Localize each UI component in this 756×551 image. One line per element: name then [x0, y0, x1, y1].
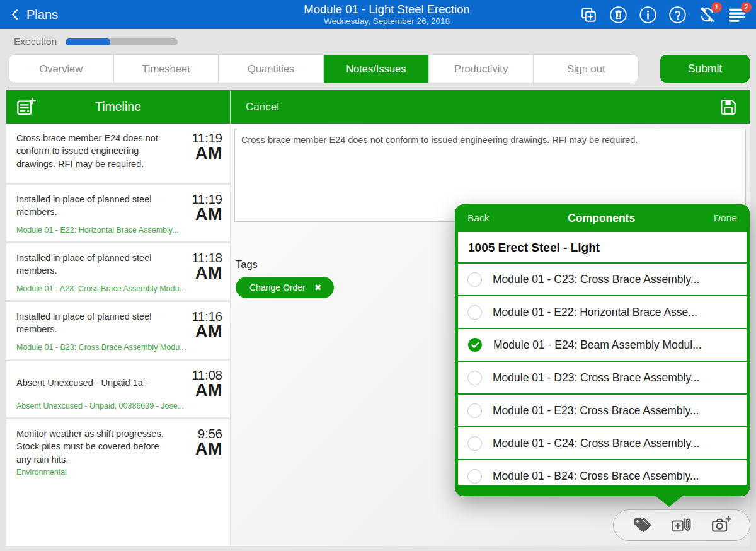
- page-date: Wednesday, September 26, 2018: [217, 16, 557, 26]
- timeline-item-meridiem: AM: [179, 206, 222, 223]
- menu-button[interactable]: 2: [728, 6, 746, 24]
- timeline-item-text: Installed in place of planned steel memb…: [16, 310, 168, 336]
- timeline-item-meridiem: AM: [169, 441, 222, 458]
- timeline-item-clock: 11:18: [186, 252, 222, 265]
- page-title-block: Module 01 - Light Steel Erection Wednesd…: [217, 3, 557, 26]
- timeline-item[interactable]: Monitor weather as shift progresses. Sto…: [6, 419, 230, 484]
- camera-add-icon: [711, 516, 732, 535]
- component-option[interactable]: Module 01 - B24: Cross Brace Assembly...: [458, 460, 747, 485]
- info-button[interactable]: [639, 6, 657, 24]
- timeline-item-text: Monitor weather as shift progresses. Sto…: [16, 427, 168, 466]
- tab-sign-out[interactable]: Sign out: [534, 55, 638, 83]
- help-button[interactable]: [668, 6, 687, 24]
- timeline-item-time: 9:56 AM: [169, 427, 222, 477]
- attach-paperclip-icon: [671, 516, 692, 535]
- radio-unselected-icon[interactable]: [467, 305, 482, 320]
- timeline-item-time: 11:19 AM: [169, 132, 222, 176]
- timeline-item-text: Cross brace member E24 does not conform …: [16, 132, 168, 170]
- tab-bar: Overview Timesheet Quantities Notes/Issu…: [9, 55, 638, 83]
- timeline-list: Cross brace member E24 does not conform …: [6, 124, 230, 484]
- tab-quantities[interactable]: Quantities: [219, 55, 324, 83]
- back-button-label: Plans: [26, 8, 58, 22]
- component-option[interactable]: Module 01 - E22: Horizontal Brace Asse..…: [458, 296, 747, 329]
- question-icon: [668, 6, 687, 24]
- phase-progress-bar: [66, 38, 178, 45]
- popover-body: 1005 Erect Steel - Light Module 01 - C23…: [458, 232, 747, 485]
- timeline-item-main: Cross brace member E24 does not conform …: [16, 132, 169, 176]
- note-add-icon: [16, 97, 36, 117]
- radio-unselected-icon[interactable]: [467, 436, 482, 451]
- popover-header: Back Components Done: [455, 204, 750, 232]
- duplicate-button[interactable]: [580, 6, 598, 24]
- tab-notes-issues[interactable]: Notes/Issues: [324, 55, 429, 83]
- timeline-item-main: Installed in place of planned steel memb…: [16, 252, 186, 293]
- phase-progress-row: Execution: [0, 29, 756, 54]
- component-option[interactable]: Module 01 - E23: Cross Brace Assembly...: [458, 395, 747, 427]
- sync-badge: 1: [711, 2, 722, 13]
- top-navbar: Plans Module 01 - Light Steel Erection W…: [0, 0, 756, 29]
- timeline-item-main: Installed in place of planned steel memb…: [16, 193, 179, 235]
- save-floppy-icon: [718, 97, 738, 117]
- timeline-item-time: 11:18 AM: [186, 252, 222, 293]
- tab-overview[interactable]: Overview: [9, 55, 114, 83]
- timeline-item-text: Installed in place of planned steel memb…: [16, 252, 168, 277]
- timeline-item-main: Installed in place of planned steel memb…: [16, 310, 186, 352]
- save-button[interactable]: [718, 97, 738, 117]
- tab-timesheet[interactable]: Timesheet: [114, 55, 219, 83]
- timeline-item-time: 11:16 AM: [186, 310, 222, 352]
- add-note-button[interactable]: [16, 97, 36, 117]
- timeline-item-time: 11:08 AM: [184, 369, 222, 410]
- timeline-item[interactable]: Installed in place of planned steel memb…: [6, 243, 230, 302]
- timeline-item-clock: 9:56: [169, 427, 222, 441]
- component-option[interactable]: Module 01 - C24: Cross Brace Assembly...: [458, 427, 747, 460]
- tags-tool-button[interactable]: [632, 516, 653, 535]
- timeline-item[interactable]: Installed in place of planned steel memb…: [6, 185, 230, 243]
- timeline-item-meridiem: AM: [184, 382, 222, 399]
- editor-header: Cancel: [231, 90, 750, 124]
- app-window: Plans Module 01 - Light Steel Erection W…: [0, 0, 756, 551]
- radio-unselected-icon[interactable]: [467, 272, 482, 287]
- timeline-item-clock: 11:19: [169, 132, 222, 145]
- components-popover: Back Components Done 1005 Erect Steel - …: [455, 204, 750, 496]
- radio-unselected-icon[interactable]: [467, 469, 482, 484]
- timeline-item-subtitle: Module 01 - E22: Horizontal Brace Assemb…: [16, 226, 179, 235]
- cancel-button[interactable]: Cancel: [246, 101, 279, 113]
- check-selected-icon[interactable]: [467, 337, 483, 352]
- popover-footer: [455, 485, 750, 496]
- back-to-plans-button[interactable]: Plans: [0, 8, 217, 22]
- radio-unselected-icon[interactable]: [467, 371, 482, 385]
- sync-disabled-button[interactable]: 1: [698, 6, 716, 24]
- popover-done-button[interactable]: Done: [714, 212, 737, 224]
- timeline-header: Timeline: [6, 90, 230, 124]
- component-option[interactable]: Module 01 - C23: Cross Brace Assembly...: [458, 264, 747, 296]
- timeline-item-subtitle: Module 01 - B23: Cross Brace Assembly Mo…: [16, 343, 186, 352]
- timeline-item-meridiem: AM: [186, 265, 222, 282]
- tag-chip-change-order[interactable]: Change Order ✖: [236, 277, 334, 298]
- component-option-label: Module 01 - E22: Horizontal Brace Asse..…: [493, 306, 697, 319]
- page-title: Module 01 - Light Steel Erection: [217, 3, 557, 16]
- submit-button[interactable]: Submit: [660, 55, 750, 83]
- tab-productivity[interactable]: Productivity: [429, 55, 534, 83]
- timeline-item-clock: 11:19: [179, 193, 222, 206]
- timeline-item-clock: 11:08: [184, 369, 222, 382]
- component-option-selected[interactable]: Module 01 - E24: Beam Assembly Modul...: [458, 329, 747, 362]
- tag-remove-icon[interactable]: ✖: [314, 282, 322, 293]
- timeline-item[interactable]: Absent Unexcused - Unpaid 1a - Absent Un…: [6, 361, 230, 419]
- navbar-actions: 1 2: [557, 6, 756, 24]
- delete-button[interactable]: [609, 6, 627, 24]
- timeline-item[interactable]: Cross brace member E24 does not conform …: [6, 124, 230, 185]
- component-section-header: 1005 Erect Steel - Light: [458, 232, 747, 264]
- info-icon: [639, 6, 657, 24]
- timeline-item-subtitle: Absent Unexcused - Unpaid, 00386639 - Jo…: [16, 402, 184, 410]
- attach-file-button[interactable]: [671, 516, 692, 535]
- trash-icon: [609, 6, 627, 24]
- phase-label: Execution: [14, 36, 57, 47]
- radio-unselected-icon[interactable]: [467, 403, 482, 418]
- component-option[interactable]: Module 01 - D23: Cross Brace Assembly...: [458, 362, 747, 395]
- component-option-label: Module 01 - D23: Cross Brace Assembly...: [493, 371, 699, 385]
- component-option-label: Module 01 - E24: Beam Assembly Modul...: [493, 339, 702, 352]
- popover-back-button[interactable]: Back: [467, 212, 489, 224]
- timeline-item[interactable]: Installed in place of planned steel memb…: [6, 302, 230, 361]
- add-photo-button[interactable]: [711, 516, 732, 535]
- timeline-item-meridiem: AM: [186, 323, 222, 340]
